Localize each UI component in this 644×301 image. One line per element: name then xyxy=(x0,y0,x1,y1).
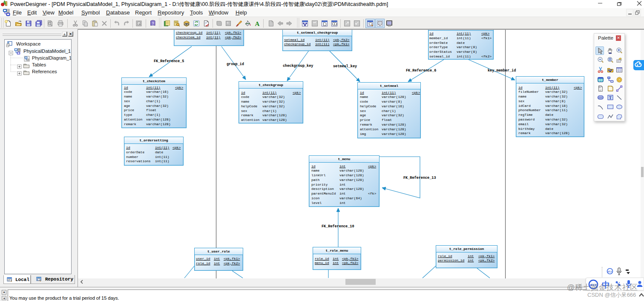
svg-text:T: T xyxy=(609,96,612,100)
svg-text:iFLY: iFLY xyxy=(608,270,612,273)
svg-text:A: A xyxy=(255,20,260,27)
svg-text:?: ? xyxy=(152,21,154,26)
